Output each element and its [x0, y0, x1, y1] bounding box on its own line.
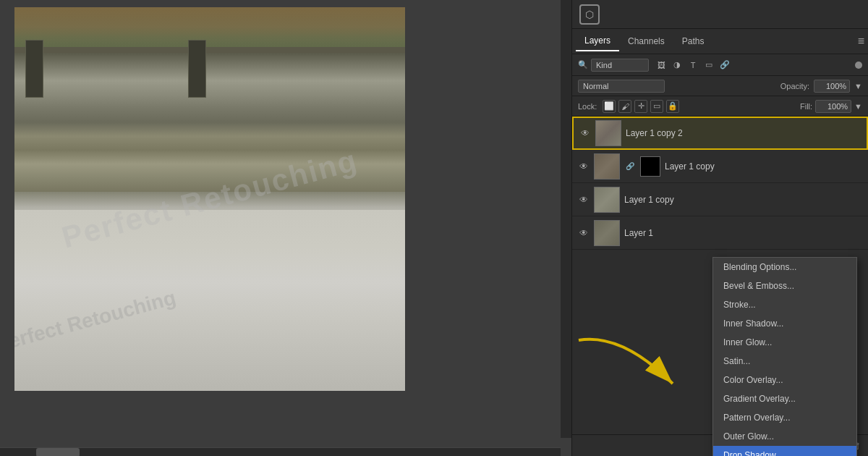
opacity-label: Opacity:: [780, 82, 809, 90]
layer-link-icon: 🔗: [626, 162, 634, 170]
canvas-area: Perfect Retouching Perfect Retouching: [0, 0, 571, 456]
layers-tabs: Layers Channels Paths ≡: [572, 29, 868, 54]
mask-image: [641, 157, 660, 176]
lock-transparent-btn[interactable]: ⬜: [603, 100, 616, 113]
scroll-thumb-horizontal[interactable]: [36, 448, 80, 456]
context-menu-item-gradient-overlay[interactable]: Gradient Overlay...: [713, 389, 856, 408]
layer-visibility-toggle[interactable]: 👁: [578, 227, 590, 239]
3d-icon[interactable]: ⬡: [579, 4, 600, 25]
lock-pixels-btn[interactable]: 🖌: [618, 100, 631, 113]
filter-row: 🔍 Kind 🖼 ◑ T ▭ 🔗: [572, 54, 868, 76]
layer-item[interactable]: 👁 Layer 1: [572, 216, 868, 250]
context-menu: Blending Options... Bevel & Emboss... St…: [712, 257, 857, 456]
layer-visibility-toggle[interactable]: 👁: [578, 161, 590, 172]
blend-mode-row: Normal Opacity: 100% ▼: [572, 76, 868, 96]
thumb-image: [596, 121, 621, 145]
layer-thumbnail: [594, 187, 620, 213]
filter-type-icon[interactable]: T: [686, 59, 699, 72]
layers-panel: ⬡ Layers Channels Paths ≡ 🔍 Kind 🖼 ◑ T ▭…: [571, 0, 868, 456]
context-menu-item-pattern-overlay[interactable]: Pattern Overlay...: [713, 408, 856, 427]
filter-dropdown[interactable]: Kind: [591, 59, 649, 72]
filter-shape-icon[interactable]: ▭: [702, 59, 715, 72]
layer-name: Layer 1 copy: [624, 195, 862, 205]
layer-item[interactable]: 👁 Layer 1 copy 2: [572, 117, 868, 150]
context-menu-item-stroke[interactable]: Stroke...: [713, 295, 856, 314]
canvas-image: Perfect Retouching Perfect Retouching: [14, 7, 405, 391]
fill-arrow: ▼: [854, 102, 862, 111]
layer-thumbnail: [595, 120, 621, 146]
context-menu-item-drop-shadow[interactable]: Drop Shadow...: [713, 446, 856, 456]
layer-visibility-toggle[interactable]: 👁: [579, 127, 591, 139]
thumb-image: [595, 221, 619, 245]
filter-smart-icon[interactable]: 🔗: [718, 59, 731, 72]
context-menu-item-outer-glow[interactable]: Outer Glow...: [713, 427, 856, 446]
filter-toggle[interactable]: [855, 62, 862, 69]
panel-menu-icon[interactable]: ≡: [858, 35, 864, 48]
context-menu-item-satin[interactable]: Satin...: [713, 352, 856, 371]
context-menu-item-blending[interactable]: Blending Options...: [713, 258, 856, 276]
layer-visibility-toggle[interactable]: 👁: [578, 194, 590, 206]
filter-icons: 🖼 ◑ T ▭ 🔗: [655, 59, 731, 72]
thumb-image: [595, 154, 619, 179]
post-left: [25, 40, 43, 98]
lock-row: Lock: ⬜ 🖌 ✛ ▭ 🔒 Fill: 100% ▼: [572, 96, 868, 117]
layer-thumbnail: [594, 153, 620, 180]
scroll-bottom[interactable]: [0, 447, 561, 456]
layer-item[interactable]: 👁 🔗 Layer 1 copy: [572, 150, 868, 183]
layer-name: Layer 1 copy 2: [626, 128, 861, 138]
fill-value[interactable]: 100%: [815, 100, 851, 113]
stone-wall: [14, 47, 405, 192]
filter-image-icon[interactable]: 🖼: [655, 59, 668, 72]
layer-name: Layer 1: [624, 228, 862, 238]
scroll-right[interactable]: [561, 0, 571, 438]
ground: [14, 210, 405, 391]
blend-mode-dropdown[interactable]: Normal: [578, 80, 665, 93]
filter-label-icon: 🔍: [578, 60, 588, 69]
context-menu-item-color-overlay[interactable]: Color Overlay...: [713, 371, 856, 389]
opacity-value[interactable]: 100%: [814, 80, 850, 93]
lock-artboard-btn[interactable]: ▭: [650, 100, 663, 113]
tab-layers[interactable]: Layers: [576, 31, 619, 51]
tab-paths[interactable]: Paths: [673, 32, 713, 51]
lock-position-btn[interactable]: ✛: [634, 100, 647, 113]
layer-thumbnail: [594, 220, 620, 246]
context-menu-item-inner-shadow[interactable]: Inner Shadow...: [713, 314, 856, 333]
opacity-arrow: ▼: [854, 82, 862, 90]
thumb-image: [595, 187, 619, 212]
fill-label: Fill:: [800, 102, 812, 111]
post-right: [188, 40, 206, 98]
tab-channels[interactable]: Channels: [619, 32, 673, 51]
panel-top: ⬡: [572, 0, 868, 29]
context-menu-item-bevel[interactable]: Bevel & Emboss...: [713, 276, 856, 295]
context-menu-item-inner-glow[interactable]: Inner Glow...: [713, 333, 856, 352]
filter-adjustment-icon[interactable]: ◑: [671, 59, 684, 72]
layer-mask-thumbnail: [640, 156, 660, 177]
layer-item[interactable]: 👁 Layer 1 copy: [572, 183, 868, 216]
layer-name: Layer 1 copy: [665, 161, 862, 172]
lock-label: Lock:: [578, 102, 597, 111]
lock-all-btn[interactable]: 🔒: [666, 100, 679, 113]
